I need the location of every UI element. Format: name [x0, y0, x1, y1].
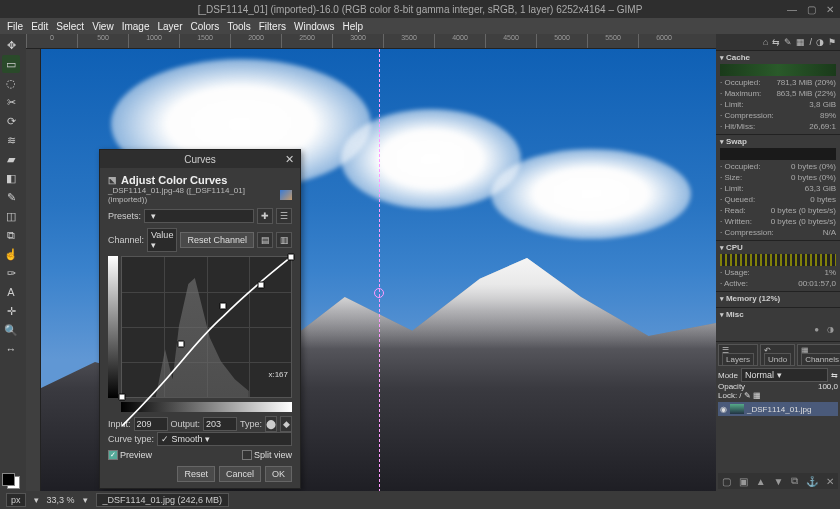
pin-icon[interactable]: ◑: [827, 325, 834, 339]
tool-move-icon[interactable]: ✥: [2, 36, 20, 54]
dock-icon[interactable]: ▦: [796, 37, 805, 47]
swap-title[interactable]: Swap: [720, 137, 836, 146]
new-layer-icon[interactable]: ▢: [722, 476, 731, 487]
delete-layer-icon[interactable]: ✕: [826, 476, 834, 487]
preset-menu-icon[interactable]: ☰: [276, 208, 292, 224]
menu-tools[interactable]: Tools: [224, 21, 253, 32]
tab-channels[interactable]: ▦ Channels: [797, 344, 840, 366]
minimize-icon[interactable]: —: [787, 4, 797, 15]
menu-help[interactable]: Help: [340, 21, 367, 32]
menu-colors[interactable]: Colors: [187, 21, 222, 32]
preview-checkbox[interactable]: Preview: [108, 450, 152, 460]
dialog-titlebar[interactable]: Curves ✕: [100, 150, 300, 168]
menu-edit[interactable]: Edit: [28, 21, 51, 32]
tool-smudge-icon[interactable]: ☝: [2, 245, 20, 263]
reset-button[interactable]: Reset: [177, 466, 215, 482]
dock-icon[interactable]: ⇆: [772, 37, 780, 47]
mode-nav-icon[interactable]: ⇆: [831, 371, 838, 380]
misc-section: Misc: [716, 307, 840, 323]
cache-title[interactable]: Cache: [720, 53, 836, 62]
guide-vertical[interactable]: [379, 49, 380, 491]
visibility-icon[interactable]: ◉: [720, 405, 727, 414]
menu-windows[interactable]: Windows: [291, 21, 338, 32]
ok-button[interactable]: OK: [265, 466, 292, 482]
color-swatches[interactable]: [2, 473, 20, 489]
close-icon[interactable]: ✕: [826, 4, 834, 15]
window-titlebar: [_DSF1114_01] (imported)-16.0 (RGB color…: [0, 0, 840, 18]
cache-section: Cache Occupied:781,3 MiB (20%) Maximum:8…: [716, 50, 840, 134]
channel-label: Channel:: [108, 235, 144, 245]
tool-bucket-icon[interactable]: ▰: [2, 150, 20, 168]
lock-label[interactable]: Lock: / ✎ ▦: [718, 391, 761, 400]
cpu-title[interactable]: CPU: [720, 243, 836, 252]
dock-toolbar: ⌂ ⇆ ✎ ▦ / ◑ ⚑: [716, 34, 840, 50]
cancel-button[interactable]: Cancel: [219, 466, 261, 482]
cpu-sparkline: [720, 254, 836, 266]
layers-panel: ☰ Layers ↶ Undo ▦ Channels Mode Normal ▾…: [716, 341, 840, 491]
dialog-close-icon[interactable]: ✕: [285, 153, 294, 166]
tool-measure-icon[interactable]: ↔: [2, 340, 20, 358]
record-icon[interactable]: ●: [814, 325, 819, 339]
preset-add-icon[interactable]: ✚: [257, 208, 273, 224]
presets-label: Presets:: [108, 211, 141, 221]
curve-editor[interactable]: x:167: [121, 256, 292, 398]
tool-pencil-icon[interactable]: ✎: [2, 188, 20, 206]
canvas[interactable]: Curves ✕ Adjust Color Curves _DSF1114_01…: [41, 49, 716, 491]
memory-title[interactable]: Memory (12%): [720, 294, 836, 303]
ruler-horizontal: 0500100015002000250030003500400045005000…: [26, 34, 716, 49]
menubar: File Edit Select View Image Layer Colors…: [0, 18, 840, 34]
tool-gradient-icon[interactable]: ◧: [2, 169, 20, 187]
gradient-vertical: [108, 256, 118, 398]
layer-group-icon[interactable]: ▣: [739, 476, 748, 487]
presets-select[interactable]: ▾: [144, 209, 254, 223]
raise-layer-icon[interactable]: ▲: [756, 476, 766, 487]
layer-name: _DSF1114_01.jpg: [747, 405, 812, 414]
maximize-icon[interactable]: ▢: [807, 4, 816, 15]
dock-icon[interactable]: ⚑: [828, 37, 836, 47]
tool-free-select-icon[interactable]: ◌: [2, 74, 20, 92]
histogram-log-icon[interactable]: ▥: [276, 232, 292, 248]
dock-icon[interactable]: /: [809, 37, 812, 47]
tool-color-picker-icon[interactable]: ✛: [2, 302, 20, 320]
tool-crop-icon[interactable]: ✂: [2, 93, 20, 111]
anchor-layer-icon[interactable]: ⚓: [806, 476, 818, 487]
fg-color-swatch[interactable]: [2, 473, 15, 486]
menu-select[interactable]: Select: [53, 21, 87, 32]
split-view-checkbox[interactable]: Split view: [242, 450, 292, 460]
tool-rect-select-icon[interactable]: ▭: [2, 55, 20, 73]
curves-dialog: Curves ✕ Adjust Color Curves _DSF1114_01…: [99, 149, 301, 489]
menu-file[interactable]: File: [4, 21, 26, 32]
misc-title[interactable]: Misc: [720, 310, 836, 319]
menu-filters[interactable]: Filters: [256, 21, 289, 32]
zoom-value[interactable]: 33,3 %: [47, 495, 75, 505]
tool-zoom-icon[interactable]: 🔍: [2, 321, 20, 339]
layer-item[interactable]: ◉ _DSF1114_01.jpg: [718, 402, 838, 416]
tab-layers[interactable]: ☰ Layers: [718, 344, 758, 366]
tab-undo[interactable]: ↶ Undo: [760, 344, 795, 366]
tool-warp-icon[interactable]: ≋: [2, 131, 20, 149]
menu-image[interactable]: Image: [119, 21, 153, 32]
tool-text-icon[interactable]: A: [2, 283, 20, 301]
image-swatch-icon: [280, 190, 292, 200]
channel-select[interactable]: Value ▾: [147, 228, 177, 252]
menu-layer[interactable]: Layer: [154, 21, 185, 32]
sample-point-icon[interactable]: [374, 288, 384, 298]
tool-rotate-icon[interactable]: ⟳: [2, 112, 20, 130]
dock-icon[interactable]: ⌂: [763, 37, 768, 47]
unit-select[interactable]: px: [6, 493, 26, 507]
tool-path-icon[interactable]: ✑: [2, 264, 20, 282]
tool-eraser-icon[interactable]: ◫: [2, 207, 20, 225]
dock-icon[interactable]: ✎: [784, 37, 792, 47]
histogram-linear-icon[interactable]: ▤: [257, 232, 273, 248]
opacity-value[interactable]: 100,0: [818, 382, 838, 391]
lower-layer-icon[interactable]: ▼: [773, 476, 783, 487]
mode-select[interactable]: Normal ▾: [741, 368, 828, 382]
reset-channel-button[interactable]: Reset Channel: [180, 232, 254, 248]
mode-label: Mode: [718, 371, 738, 380]
menu-view[interactable]: View: [89, 21, 117, 32]
curve-type-select[interactable]: ✓ Smooth ▾: [157, 432, 292, 446]
tool-clone-icon[interactable]: ⧉: [2, 226, 20, 244]
duplicate-layer-icon[interactable]: ⧉: [791, 475, 798, 487]
dock-icon[interactable]: ◑: [816, 37, 824, 47]
window-title: [_DSF1114_01] (imported)-16.0 (RGB color…: [198, 4, 643, 15]
